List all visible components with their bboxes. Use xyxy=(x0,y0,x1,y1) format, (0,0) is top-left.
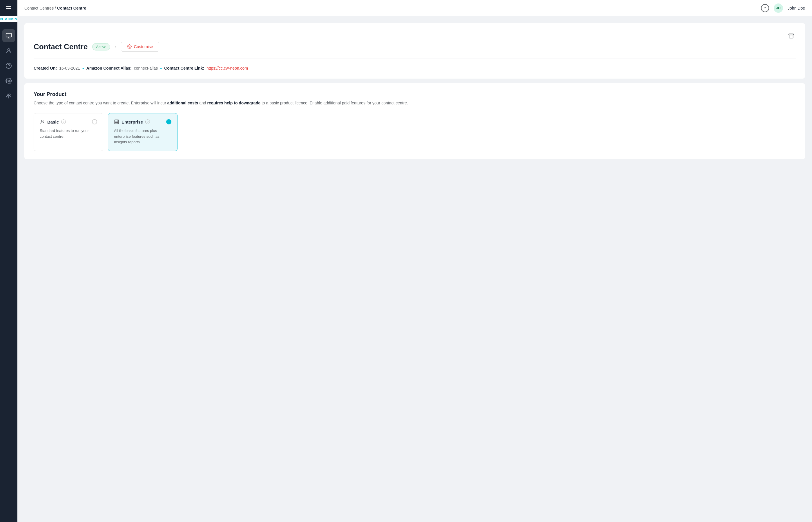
product-option-enterprise[interactable]: Enterprise ? All the basic features plus… xyxy=(108,113,178,151)
sidebar-item-integrations[interactable] xyxy=(2,89,15,102)
sidebar-item-settings[interactable] xyxy=(2,75,15,87)
svg-rect-10 xyxy=(789,34,794,35)
logo-text: ADMIN xyxy=(5,17,17,21)
top-navigation: Contact Centres / Contact Centre ? JD Jo… xyxy=(17,0,812,16)
created-on-value: 16-03-2021 xyxy=(59,66,80,71)
page-title: Contact Centre xyxy=(34,42,87,51)
status-badge: Active xyxy=(92,43,110,51)
breadcrumb-parent[interactable]: Contact Centres xyxy=(24,6,54,11)
product-description: Choose the type of contact centre you wa… xyxy=(34,100,796,106)
link-label: Contact Centre Link: xyxy=(164,66,204,71)
meta-dot-2: ● xyxy=(160,67,162,70)
svg-point-6 xyxy=(8,80,9,82)
sidebar-nav xyxy=(0,29,17,102)
sidebar-item-users[interactable] xyxy=(2,44,15,57)
customise-button[interactable]: Customise xyxy=(121,42,159,52)
product-option-basic[interactable]: Basic ? Standard features to run your co… xyxy=(34,113,103,151)
user-name: John Doe xyxy=(788,6,805,11)
basic-header: Basic ? xyxy=(40,119,97,124)
archive-icon xyxy=(788,33,794,39)
alias-value: connect-alias xyxy=(134,66,158,71)
main-area: Contact Centres / Contact Centre ? JD Jo… xyxy=(17,0,812,522)
basic-help-icon[interactable]: ? xyxy=(61,119,66,124)
app-logo: N ADMIN xyxy=(0,16,19,22)
basic-title: Basic ? xyxy=(40,119,66,124)
product-options: Basic ? Standard features to run your co… xyxy=(34,113,796,151)
svg-point-13 xyxy=(41,120,43,122)
settings-icon xyxy=(5,78,12,84)
sidebar-item-contact-centres[interactable] xyxy=(2,29,15,42)
meta-row: Created On: 16-03-2021 ● Amazon Connect … xyxy=(34,66,796,71)
meta-dot-1: ● xyxy=(82,67,84,70)
alias-label: Amazon Connect Alias: xyxy=(86,66,131,71)
breadcrumb-separator: / xyxy=(55,6,57,11)
enterprise-building-icon xyxy=(114,119,119,124)
basic-user-icon xyxy=(40,119,45,124)
enterprise-header: Enterprise ? xyxy=(114,119,171,124)
svg-point-12 xyxy=(129,46,130,47)
archive-button[interactable] xyxy=(787,31,796,41)
sidebar: N ADMIN xyxy=(0,0,17,522)
contact-centre-card: Contact Centre Active ● Customise Create… xyxy=(24,23,805,79)
contact-centres-icon xyxy=(5,33,12,39)
product-card: Your Product Choose the type of contact … xyxy=(24,83,805,159)
breadcrumb: Contact Centres / Contact Centre xyxy=(24,6,86,11)
help-nav-icon xyxy=(5,63,12,69)
contact-centre-link[interactable]: https://cc.cw-neon.com xyxy=(206,66,248,71)
enterprise-help-icon[interactable]: ? xyxy=(145,119,150,124)
help-button[interactable]: ? xyxy=(761,4,769,12)
logo-n: N xyxy=(0,17,3,21)
hamburger-button[interactable] xyxy=(6,5,11,9)
customise-gear-icon xyxy=(127,44,131,49)
basic-radio[interactable] xyxy=(92,119,97,124)
created-on-label: Created On: xyxy=(34,66,57,71)
content-area: Contact Centre Active ● Customise Create… xyxy=(17,16,812,522)
sidebar-item-help[interactable] xyxy=(2,59,15,72)
svg-rect-14 xyxy=(115,120,119,124)
enterprise-title: Enterprise ? xyxy=(114,119,150,124)
enterprise-radio[interactable] xyxy=(166,119,171,124)
contact-centre-header: Contact Centre Active ● Customise xyxy=(34,42,796,59)
user-avatar: JD xyxy=(774,3,783,13)
basic-description: Standard features to run your contact ce… xyxy=(40,128,97,139)
svg-rect-0 xyxy=(6,33,11,37)
svg-point-8 xyxy=(9,94,11,96)
enterprise-description: All the basic features plus enterprise f… xyxy=(114,128,171,145)
users-icon xyxy=(5,47,12,54)
breadcrumb-current: Contact Centre xyxy=(57,6,86,11)
svg-point-3 xyxy=(7,49,9,51)
dot-separator: ● xyxy=(115,45,116,48)
product-section-title: Your Product xyxy=(34,92,796,97)
topnav-right: ? JD John Doe xyxy=(761,3,805,13)
integrations-icon xyxy=(5,93,12,99)
customise-label: Customise xyxy=(134,44,153,49)
